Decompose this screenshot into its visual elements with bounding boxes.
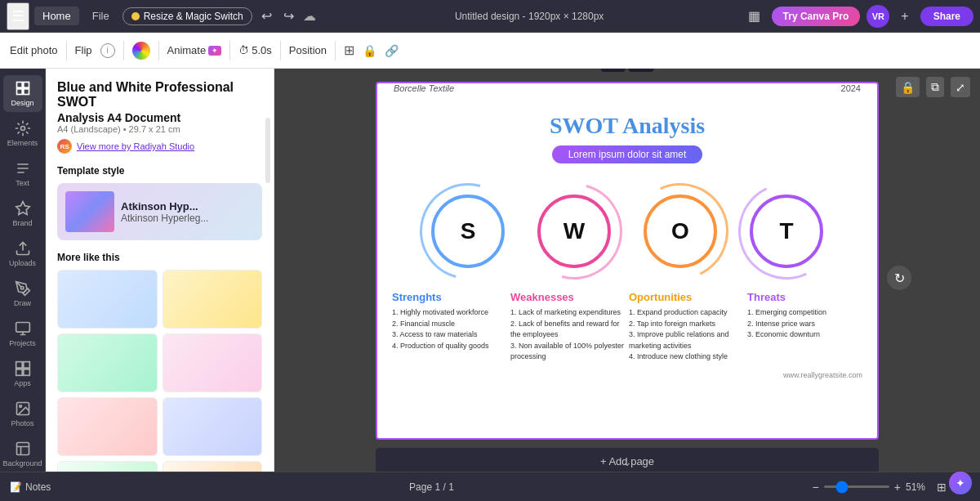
swot-bottom: Strenghts 1. Highly motivated workforce2… (377, 291, 877, 371)
home-nav-button[interactable]: Home (34, 7, 79, 25)
lock-canvas-button[interactable]: 🔒 (896, 77, 920, 97)
swot-circles-row: S W O T (390, 178, 864, 284)
swot-circle-t: T (750, 195, 823, 268)
ai-magic-button[interactable]: ✦ (949, 472, 972, 494)
divider-3 (158, 41, 159, 60)
menu-icon[interactable]: ☰ (7, 2, 29, 30)
top-bar-right: ▦ Try Canva Pro VR + Share (743, 5, 973, 28)
timer-icon: ⏱ (238, 44, 249, 56)
template-card-5[interactable] (57, 397, 158, 456)
brand-icon (15, 200, 31, 217)
template-preview[interactable]: Atkinson Hyp... Atkinson Hyperleg... (57, 183, 262, 240)
sidebar-item-brand[interactable]: Brand (3, 195, 42, 232)
top-toolbar: ☰ Home File Resize & Magic Switch ↩ ↪ ☁ … (0, 0, 980, 33)
notes-button[interactable]: 📝 Notes (10, 481, 51, 493)
opportunities-items: 1. Expand production capacity2. Tap into… (629, 307, 744, 363)
try-canva-pro-button[interactable]: Try Canva Pro (772, 7, 861, 26)
sidebar-label-draw: Draw (14, 299, 31, 307)
zoom-in-button[interactable]: + (894, 481, 901, 494)
timer-button[interactable]: ⏱ 5.0s (238, 44, 272, 56)
swot-brand: Borcelle Textile (394, 83, 454, 93)
resize-magic-label: Resize & Magic Switch (144, 11, 243, 22)
grid-icon-button[interactable]: ⊞ (344, 42, 354, 58)
resize-magic-dot (131, 12, 140, 20)
templates-grid (57, 270, 262, 501)
author-link[interactable]: View more by Radiyah Studio (77, 141, 194, 151)
swot-brand-row: Borcelle Textile 2024 (377, 83, 877, 93)
chart-icon-button[interactable]: ▦ (743, 6, 765, 26)
share-button[interactable]: Share (920, 7, 973, 26)
delete-button[interactable]: 🗑 (601, 69, 626, 72)
swot-circle-o: O (644, 195, 717, 268)
sidebar-item-background[interactable]: Background (3, 436, 42, 472)
design-canvas[interactable]: Borcelle Textile 2024 SWOT Analysis Lore… (376, 82, 879, 440)
expand-canvas-button[interactable]: ⤢ (951, 77, 970, 97)
threats-items: 1. Emerging competition2. Intense price … (747, 307, 862, 341)
projects-icon (15, 320, 31, 337)
canvas-area: 🔒 ⧉ ⤢ 🗑 ••• Borcelle Textile 2024 SWOT A… (274, 69, 980, 501)
swot-main-title: SWOT Analysis (394, 113, 861, 139)
weaknesses-items: 1. Lack of marketing expenditures2. Lack… (510, 307, 626, 363)
link-icon-button[interactable]: 🔗 (385, 44, 399, 57)
position-button[interactable]: Position (289, 44, 327, 56)
more-options-button[interactable]: ••• (629, 69, 654, 72)
canvas-controls-top: 🔒 ⧉ ⤢ (896, 77, 970, 97)
file-nav-button[interactable]: File (84, 7, 118, 25)
svg-rect-3 (23, 89, 29, 95)
duplicate-canvas-button[interactable]: ⧉ (926, 77, 944, 97)
more-like-label: More like this (57, 252, 262, 263)
sidebar-item-projects[interactable]: Projects (3, 315, 42, 352)
zoom-out-button[interactable]: − (813, 481, 819, 494)
template-card-1[interactable] (57, 270, 158, 329)
template-card-4[interactable] (163, 333, 263, 392)
sidebar-item-elements[interactable]: Elements (3, 115, 42, 152)
sidebar-item-design[interactable]: Design (3, 75, 42, 112)
color-picker-icon[interactable] (132, 42, 150, 60)
sidebar-label-design: Design (11, 99, 33, 107)
swot-website: www.reallygreatsite.com (377, 371, 877, 382)
undo-button[interactable]: ↩ (257, 7, 276, 25)
divider-1 (66, 41, 67, 60)
canvas-wrapper: 🗑 ••• Borcelle Textile 2024 SWOT Analysi… (376, 82, 879, 474)
sidebar-item-draw[interactable]: Draw (3, 275, 42, 312)
template-card-6[interactable] (163, 397, 263, 456)
zoom-slider[interactable] (824, 485, 889, 488)
panel-scrollbar[interactable] (265, 118, 270, 183)
undo-redo-group: ↩ ↪ (257, 7, 298, 25)
sidebar-item-text[interactable]: Text (3, 155, 42, 192)
bottom-bar: 📝 Notes Page 1 / 1 − + 51% ⊞ ☰ ✦ (0, 472, 980, 501)
redo-button[interactable]: ↪ (279, 7, 298, 25)
template-card-2[interactable] (163, 270, 263, 329)
sidebar-item-uploads[interactable]: Uploads (3, 235, 42, 272)
grid-view-button[interactable]: ⊞ (933, 479, 950, 495)
swot-circle-o-wrap: O (627, 178, 733, 284)
template-thumbnail (65, 191, 114, 232)
flip-button[interactable]: Flip (75, 44, 92, 56)
rotate-handle[interactable]: ↻ (887, 266, 911, 290)
resize-magic-button[interactable]: Resize & Magic Switch (122, 7, 252, 25)
left-panel: Blue and White Professional SWOT Analysi… (46, 69, 274, 501)
swot-circle-w-wrap: W (521, 178, 627, 284)
animate-button[interactable]: Animate ✦ (167, 44, 222, 56)
template-card-3[interactable] (57, 333, 158, 392)
plus-icon-button[interactable]: + (896, 7, 913, 26)
sidebar-label-uploads: Uploads (9, 259, 36, 267)
sidebar-item-photos[interactable]: Photos (3, 396, 42, 432)
swot-col-strengths: Strenghts 1. Highly motivated workforce2… (392, 291, 507, 363)
background-icon (15, 441, 31, 457)
sidebar-label-background: Background (2, 459, 42, 467)
info-icon[interactable]: i (100, 43, 115, 58)
template-name: Atkinson Hyp... (121, 200, 208, 212)
canvas-chevron-down[interactable]: ⌄ (622, 455, 632, 468)
photos-icon (15, 400, 31, 417)
sidebar-item-apps[interactable]: Apps (3, 356, 42, 392)
sidebar-label-brand: Brand (12, 219, 32, 227)
author-row: RS View more by Radiyah Studio (57, 139, 262, 154)
template-style-label: Template style (57, 165, 262, 177)
sidebar-label-photos: Photos (11, 419, 33, 427)
edit-photo-button[interactable]: Edit photo (10, 44, 58, 56)
lock-icon-button[interactable]: 🔒 (363, 44, 376, 57)
avatar: VR (866, 5, 889, 28)
left-sidebar: Design Elements Text Brand Uploads Draw … (0, 69, 46, 501)
zoom-controls: − + 51% (813, 481, 925, 494)
